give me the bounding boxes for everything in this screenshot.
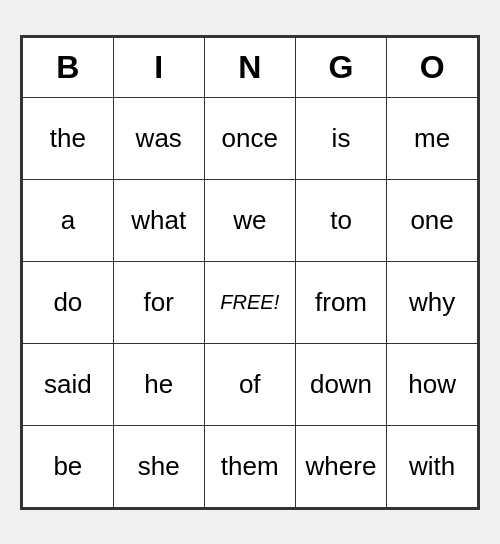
bingo-cell-r1-c1[interactable]: what (113, 179, 204, 261)
bingo-cell-r2-c1[interactable]: for (113, 261, 204, 343)
bingo-cell-r1-c0[interactable]: a (23, 179, 114, 261)
bingo-cell-r0-c4[interactable]: me (387, 97, 478, 179)
header-cell-o: O (387, 37, 478, 97)
bingo-cell-r2-c4[interactable]: why (387, 261, 478, 343)
bingo-cell-r4-c2[interactable]: them (204, 425, 295, 507)
bingo-card: BINGO thewasonceismeawhatwetoonedoforFRE… (20, 35, 480, 510)
bingo-cell-r0-c1[interactable]: was (113, 97, 204, 179)
table-row: beshethemwherewith (23, 425, 478, 507)
bingo-cell-r3-c0[interactable]: said (23, 343, 114, 425)
bingo-cell-r0-c0[interactable]: the (23, 97, 114, 179)
bingo-cell-r3-c4[interactable]: how (387, 343, 478, 425)
table-row: saidheofdownhow (23, 343, 478, 425)
bingo-cell-r4-c3[interactable]: where (295, 425, 386, 507)
bingo-cell-r0-c2[interactable]: once (204, 97, 295, 179)
header-cell-b: B (23, 37, 114, 97)
bingo-cell-r3-c1[interactable]: he (113, 343, 204, 425)
header-cell-n: N (204, 37, 295, 97)
bingo-table: BINGO thewasonceismeawhatwetoonedoforFRE… (22, 37, 478, 508)
bingo-cell-r3-c2[interactable]: of (204, 343, 295, 425)
table-row: thewasonceisme (23, 97, 478, 179)
table-row: doforFREE!fromwhy (23, 261, 478, 343)
bingo-cell-r4-c1[interactable]: she (113, 425, 204, 507)
bingo-cell-r2-c0[interactable]: do (23, 261, 114, 343)
bingo-cell-r2-c2[interactable]: FREE! (204, 261, 295, 343)
bingo-cell-r1-c4[interactable]: one (387, 179, 478, 261)
bingo-cell-r4-c4[interactable]: with (387, 425, 478, 507)
bingo-cell-r2-c3[interactable]: from (295, 261, 386, 343)
bingo-cell-r4-c0[interactable]: be (23, 425, 114, 507)
header-cell-i: I (113, 37, 204, 97)
bingo-cell-r0-c3[interactable]: is (295, 97, 386, 179)
header-row: BINGO (23, 37, 478, 97)
bingo-cell-r1-c3[interactable]: to (295, 179, 386, 261)
bingo-cell-r3-c3[interactable]: down (295, 343, 386, 425)
table-row: awhatwetoone (23, 179, 478, 261)
header-cell-g: G (295, 37, 386, 97)
bingo-cell-r1-c2[interactable]: we (204, 179, 295, 261)
